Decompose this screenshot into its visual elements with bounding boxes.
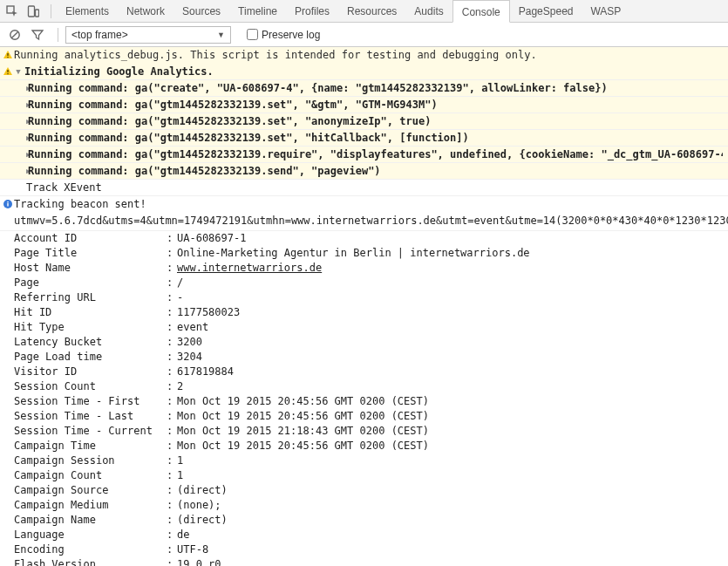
beacon-kv-row: Campaign Count: 1 xyxy=(14,468,728,483)
beacon-kv-row: Campaign Session: 1 xyxy=(14,453,728,468)
console-group-child[interactable]: ▶Running command: ga("gtm1445282332139.s… xyxy=(0,97,728,113)
expand-toggle-icon[interactable]: ▶ xyxy=(14,148,26,160)
console-message: Running command: ga("gtm1445282332139.re… xyxy=(28,148,723,160)
console-info-row: Tracking beacon sent! xyxy=(0,196,728,212)
beacon-kv-label: Session Time - Last xyxy=(14,409,167,424)
frame-selector-label: <top frame> xyxy=(71,29,128,41)
beacon-kv-label: Hit Type xyxy=(14,320,167,335)
clear-console-icon[interactable] xyxy=(5,25,24,44)
svg-line-4 xyxy=(11,31,17,38)
beacon-kv-value: (none); xyxy=(177,498,728,513)
expand-toggle-icon[interactable]: ▼ xyxy=(14,65,23,78)
console-group-child[interactable]: ▶Running command: ga("gtm1445282332139.s… xyxy=(0,113,728,130)
console-message: Running command: ga("gtm1445282332139.se… xyxy=(28,132,723,144)
beacon-kv-row: Referring URL: - xyxy=(14,290,728,305)
devtools-tab-bar: ElementsNetworkSourcesTimelineProfilesRe… xyxy=(0,0,728,23)
beacon-kv-row: Visitor ID: 617819884 xyxy=(14,365,728,379)
console-group-child[interactable]: ▶Running command: ga("create", "UA-60869… xyxy=(0,80,728,97)
info-icon xyxy=(2,198,14,208)
beacon-kv-row: Campaign Time: Mon Oct 19 2015 20:45:56 … xyxy=(14,439,728,453)
beacon-kv-value: 2 xyxy=(177,379,728,394)
tab-profiles[interactable]: Profiles xyxy=(286,0,338,23)
beacon-kv-value: Mon Oct 19 2015 21:18:43 GMT 0200 (CEST) xyxy=(177,424,728,439)
tab-audits[interactable]: Audits xyxy=(405,0,452,23)
svg-rect-10 xyxy=(7,203,8,207)
beacon-kv-row: Page Title: Online-Marketing Agentur in … xyxy=(14,246,728,261)
console-message: Running command: ga("create", "UA-608697… xyxy=(28,82,723,94)
beacon-kv-row: Account ID: UA-608697-1 xyxy=(14,231,728,246)
console-group-header[interactable]: ▼ Initializing Google Analytics. xyxy=(0,64,728,80)
beacon-kv-value: Mon Oct 19 2015 20:45:56 GMT 0200 (CEST) xyxy=(177,439,728,453)
beacon-kv-value: 1 xyxy=(177,453,728,468)
console-group-child[interactable]: ▶Running command: ga("gtm1445282332139.r… xyxy=(0,147,728,163)
tab-network[interactable]: Network xyxy=(118,0,173,23)
expand-toggle-icon[interactable]: ▶ xyxy=(14,115,26,127)
beacon-hostname-link[interactable]: www.internetwarriors.de xyxy=(177,262,322,274)
beacon-kv-label: Encoding xyxy=(14,542,167,557)
beacon-kv-row: Session Time - First: Mon Oct 19 2015 20… xyxy=(14,394,728,409)
beacon-kv-row: Hit Type: event xyxy=(14,320,728,335)
svg-rect-2 xyxy=(36,10,39,17)
beacon-kv-row: Campaign Source: (direct) xyxy=(14,483,728,498)
preserve-log-label: Preserve log xyxy=(262,29,320,41)
beacon-kv-value: UA-608697-1 xyxy=(177,231,728,246)
beacon-kv-label: Host Name xyxy=(14,261,167,276)
console-message: Initializing Google Analytics. xyxy=(24,65,723,78)
device-mode-icon[interactable] xyxy=(24,3,42,20)
svg-rect-6 xyxy=(7,57,8,58)
beacon-kv-value: (direct) xyxy=(177,483,728,498)
expand-toggle-icon[interactable]: ▶ xyxy=(14,165,26,177)
beacon-kv-row: Latency Bucket: 3200 xyxy=(14,335,728,350)
beacon-kv-label: Referring URL xyxy=(14,290,167,305)
expand-toggle-icon[interactable]: ▶ xyxy=(14,99,26,111)
console-group-child[interactable]: ▶Running command: ga("gtm1445282332139.s… xyxy=(0,130,728,147)
console-group-child[interactable]: ▶Running command: ga("gtm1445282332139.s… xyxy=(0,163,728,180)
tab-console[interactable]: Console xyxy=(452,0,510,23)
beacon-kv-value: Mon Oct 19 2015 20:45:56 GMT 0200 (CEST) xyxy=(177,394,728,409)
svg-rect-7 xyxy=(7,70,8,72)
console-message: Running command: ga("gtm1445282332139.se… xyxy=(28,165,723,177)
preserve-log-checkbox[interactable] xyxy=(247,29,258,40)
console-message: Running command: ga("gtm1445282332139.se… xyxy=(28,99,723,111)
warning-icon xyxy=(2,49,14,59)
expand-toggle-icon[interactable]: ▶ xyxy=(14,132,26,144)
beacon-kv-value: 19.0 r0 xyxy=(177,557,728,566)
separator xyxy=(58,28,58,42)
svg-rect-11 xyxy=(7,201,8,202)
beacon-kv-value: 1 xyxy=(177,468,728,483)
svg-rect-1 xyxy=(29,6,35,17)
console-log-row: Track XEvent xyxy=(0,180,728,196)
beacon-kv-row: Host Name: www.internetwarriors.de xyxy=(14,261,728,276)
beacon-kv-value: (direct) xyxy=(177,513,728,528)
tab-pagespeed[interactable]: PageSpeed xyxy=(510,0,582,23)
preserve-log-toggle[interactable]: Preserve log xyxy=(243,26,320,43)
beacon-kv-label: Latency Bucket xyxy=(14,335,167,350)
beacon-kv-row: Encoding: UTF-8 xyxy=(14,542,728,557)
beacon-kv-row: Session Time - Last: Mon Oct 19 2015 20:… xyxy=(14,409,728,424)
tab-sources[interactable]: Sources xyxy=(173,0,229,23)
beacon-kv-value[interactable]: www.internetwarriors.de xyxy=(177,261,728,276)
separator xyxy=(51,4,51,18)
beacon-kv-value: 1177580023 xyxy=(177,305,728,320)
console-output: Running analytics_debug.js. This script … xyxy=(0,47,728,566)
console-message: Track XEvent xyxy=(14,181,723,194)
dropdown-caret-icon: ▼ xyxy=(217,31,225,39)
tab-elements[interactable]: Elements xyxy=(57,0,118,23)
expand-toggle-icon[interactable]: ▶ xyxy=(14,82,26,94)
frame-selector[interactable]: <top frame> ▼ xyxy=(65,26,231,44)
svg-rect-8 xyxy=(7,73,8,74)
beacon-kv-label: Session Time - First xyxy=(14,394,167,409)
console-message: Tracking beacon sent! xyxy=(14,198,723,210)
beacon-kv-value: 3200 xyxy=(177,335,728,350)
beacon-kv-label: Campaign Session xyxy=(14,453,167,468)
filter-icon[interactable] xyxy=(28,25,47,44)
tab-timeline[interactable]: Timeline xyxy=(229,0,286,23)
tab-wasp[interactable]: WASP xyxy=(582,0,629,23)
inspect-element-icon[interactable] xyxy=(3,3,21,20)
beacon-kv-label: Account ID xyxy=(14,231,167,246)
console-message: Running command: ga("gtm1445282332139.se… xyxy=(28,115,723,127)
beacon-kv-value: UTF-8 xyxy=(177,542,728,557)
beacon-kv-label: Session Time - Current xyxy=(14,424,167,439)
tab-resources[interactable]: Resources xyxy=(338,0,405,23)
beacon-kv-label: Flash Version xyxy=(14,557,167,566)
